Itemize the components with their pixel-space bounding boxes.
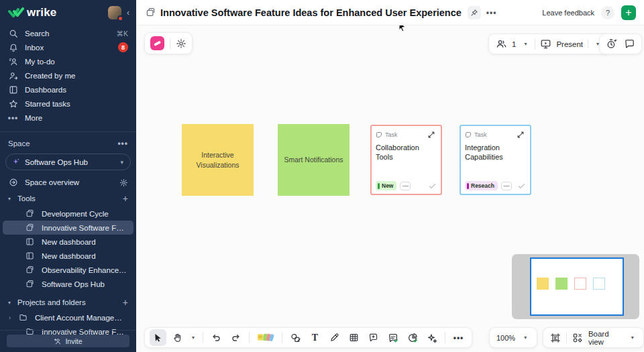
- sidebar-item-client-account[interactable]: › Client Account Management: [0, 310, 136, 325]
- task-card-footer: New —: [376, 181, 437, 190]
- sidebar-item-innovative-ideas[interactable]: Innovative Software Feature Ideas ...: [3, 221, 133, 235]
- sidebar-item-label: Innovative Software Feature Ideas ...: [42, 224, 125, 232]
- sidebar-item-observability[interactable]: Observability Enhancements: [0, 263, 136, 277]
- sidebar-item-dashboards[interactable]: Dashboards: [0, 82, 136, 97]
- present-button[interactable]: Present: [556, 40, 583, 48]
- leave-feedback-link[interactable]: Leave feedback: [542, 9, 594, 17]
- project-chart-tool[interactable]: [404, 329, 421, 346]
- participants-icon[interactable]: [496, 38, 507, 50]
- participant-count: 1: [512, 40, 516, 48]
- sidebar-item-new-dashboard-1[interactable]: New dashboard: [0, 235, 136, 249]
- section-label: Projects and folders: [17, 298, 123, 306]
- sidebar-item-new-dashboard-2[interactable]: New dashboard: [0, 249, 136, 263]
- gear-icon[interactable]: [119, 178, 128, 187]
- add-project-icon[interactable]: +: [123, 297, 128, 308]
- sidebar-nav: Search ⌘K Inbox 8 My to-do Created by me: [0, 23, 136, 125]
- add-tool-icon[interactable]: +: [123, 193, 128, 204]
- view-switcher-label[interactable]: Board view: [588, 330, 623, 346]
- text-tool[interactable]: T: [307, 329, 323, 346]
- status-badge[interactable]: Reseach: [465, 181, 498, 190]
- task-note-tool[interactable]: [384, 329, 401, 346]
- task-card[interactable]: Task Integration Capabilities Reseach —: [460, 125, 531, 195]
- select-tool[interactable]: [150, 329, 166, 346]
- wrike-logo[interactable]: wrike: [8, 6, 108, 19]
- space-selector[interactable]: Software Ops Hub ▾: [5, 154, 131, 170]
- sidebar-item-label: New dashboard: [42, 252, 128, 260]
- status-bar: [467, 183, 469, 189]
- view-switcher: Board view ▾: [543, 327, 644, 348]
- task-title: Collaboration Tools: [376, 143, 437, 181]
- expand-icon[interactable]: [426, 129, 437, 140]
- sidebar-item-label: New dashboard: [42, 238, 128, 246]
- shortcut-hint: ⌘K: [116, 30, 128, 38]
- sticky-note[interactable]: Interactive Visualizations: [182, 124, 254, 196]
- table-tool[interactable]: [345, 329, 362, 346]
- chevron-down-icon: ▾: [8, 300, 17, 306]
- assignee-dash-chip[interactable]: —: [400, 182, 411, 190]
- page-title: Innovative Software Feature Ideas for En…: [160, 7, 462, 18]
- collapse-sidebar-icon[interactable]: ‹: [127, 8, 129, 17]
- whiteboard-app-icon[interactable]: [150, 36, 164, 50]
- frame-icon[interactable]: [550, 333, 561, 343]
- minimap-viewport[interactable]: [530, 257, 624, 316]
- sidebar-item-space-overview[interactable]: Space overview: [0, 174, 136, 190]
- sidebar-item-search[interactable]: Search ⌘K: [0, 26, 136, 40]
- chevron-down-icon[interactable]: ▾: [521, 41, 530, 47]
- sticky-notes-tool[interactable]: [254, 329, 277, 346]
- add-button[interactable]: +: [621, 5, 636, 20]
- help-icon[interactable]: ?: [601, 6, 614, 19]
- pin-icon[interactable]: [468, 6, 481, 19]
- dashboard-icon: [25, 251, 35, 261]
- gear-icon[interactable]: [176, 38, 186, 49]
- ai-sparkle-tool[interactable]: [423, 329, 440, 346]
- shapes-tool[interactable]: [287, 329, 304, 346]
- sidebar-item-inbox[interactable]: Inbox 8: [0, 40, 136, 54]
- undo-icon[interactable]: [208, 329, 225, 346]
- more-tools-icon[interactable]: •••: [450, 329, 467, 346]
- sidebar-item-label: Space overview: [25, 178, 119, 186]
- sidebar-item-my-todo[interactable]: My to-do: [0, 54, 136, 68]
- divider: [203, 332, 203, 343]
- expand-icon[interactable]: [515, 129, 526, 140]
- zoom-level: 100%: [496, 334, 515, 342]
- header-more-icon[interactable]: •••: [486, 8, 497, 17]
- task-card[interactable]: Task Collaboration Tools New —: [370, 125, 442, 195]
- space-more-icon[interactable]: •••: [117, 139, 128, 148]
- sidebar-item-more[interactable]: ••• More: [0, 111, 136, 125]
- divider: [588, 40, 588, 48]
- more-dots-icon: •••: [8, 113, 18, 123]
- hand-tool[interactable]: [169, 329, 186, 346]
- user-avatar[interactable]: [108, 6, 121, 19]
- comment-icon[interactable]: [624, 38, 635, 50]
- sidebar-header: wrike ‹: [0, 0, 136, 23]
- divider: [445, 332, 445, 343]
- complete-check-icon[interactable]: [428, 182, 437, 190]
- complete-check-icon[interactable]: [517, 182, 526, 190]
- invite-button[interactable]: Invite: [7, 335, 129, 347]
- tools-section-toggle[interactable]: ▾ Tools +: [0, 190, 136, 207]
- sidebar-item-created-by-me[interactable]: Created by me: [0, 68, 136, 82]
- sidebar-item-development-cycle[interactable]: Development Cycle: [0, 207, 136, 221]
- chevron-down-icon[interactable]: ▾: [189, 335, 198, 341]
- timer-icon[interactable]: [606, 38, 617, 50]
- notification-dot: [117, 15, 123, 21]
- projects-section-toggle[interactable]: ▾ Projects and folders +: [0, 294, 136, 310]
- board-settings-toolbar: [144, 32, 193, 54]
- status-badge-label: New: [382, 182, 393, 189]
- chevron-down-icon[interactable]: ▾: [628, 335, 637, 341]
- person-created-icon: [8, 70, 18, 80]
- sidebar-item-starred[interactable]: Starred tasks: [0, 97, 136, 111]
- sparkle-icon: [11, 158, 20, 166]
- minimap[interactable]: [512, 254, 639, 319]
- zoom-control[interactable]: 100% ▾: [489, 327, 537, 348]
- status-badge[interactable]: New: [376, 181, 396, 190]
- sidebar-item-software-ops-hub[interactable]: Software Ops Hub: [0, 277, 136, 291]
- redo-icon[interactable]: [227, 329, 244, 346]
- pen-tool[interactable]: [326, 329, 343, 346]
- whiteboard-canvas[interactable]: 1 ▾ Present ▾ Interactive Visualizations: [136, 25, 644, 352]
- sticky-note[interactable]: Smart Notifications: [278, 124, 350, 196]
- divider: [535, 39, 535, 50]
- assignee-dash-chip[interactable]: —: [501, 182, 512, 190]
- app-window: wrike ‹ Search ⌘K Inbox 8 My to-do: [0, 0, 644, 352]
- comment-plus-tool[interactable]: [365, 329, 382, 346]
